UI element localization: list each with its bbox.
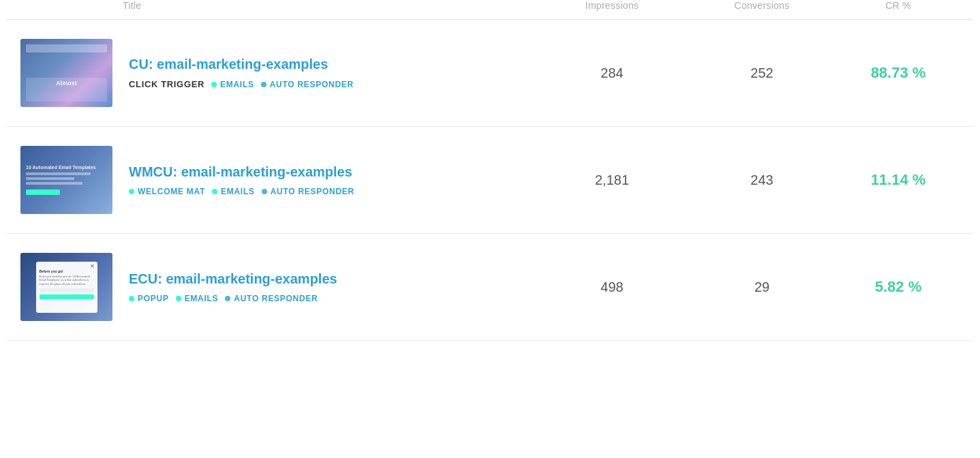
table-header: Title Impressions Conversions CR % <box>7 0 973 20</box>
tag-emails-2: EMAILS <box>212 187 255 196</box>
campaigns-table: Title Impressions Conversions CR % CU: e… <box>0 0 980 341</box>
thumbnail-3: ✕ Before you go! Enter your email to get… <box>20 253 112 321</box>
thumbnail-1 <box>20 39 112 107</box>
impressions-3: 498 <box>537 279 687 295</box>
tags-3: POPUP EMAILS AUTO RESPONDER <box>129 294 537 303</box>
title-info-1: CU: email-marketing-examples CLICK TRIGG… <box>129 57 537 89</box>
thumbnail-2: 10 Automated Email Templates <box>20 146 112 214</box>
tag-welcomemat-2: WELCOME MAT <box>129 187 205 196</box>
table-row: CU: email-marketing-examples CLICK TRIGG… <box>7 20 973 127</box>
table-row: 10 Automated Email Templates WMCU: email… <box>7 127 973 234</box>
tag-autoresponder-3: AUTO RESPONDER <box>225 294 318 303</box>
title-info-3: ECU: email-marketing-examples POPUP EMAI… <box>129 271 537 303</box>
dot-popup-3 <box>129 296 134 301</box>
dot-emails-3 <box>176 296 181 301</box>
title-cell-1: CU: email-marketing-examples CLICK TRIGG… <box>20 39 537 107</box>
dot-autoresponder-1 <box>261 82 266 87</box>
thumb-inner <box>26 78 107 102</box>
tag-popup-3: POPUP <box>129 294 169 303</box>
dot-emails-1 <box>211 82 217 87</box>
conversions-3: 29 <box>687 279 837 295</box>
cr-3: 5.82 % <box>837 278 960 296</box>
title-cell-3: ✕ Before you go! Enter your email to get… <box>20 253 537 321</box>
impressions-1: 284 <box>537 65 687 81</box>
campaign-link-1[interactable]: CU: email-marketing-examples <box>129 57 537 72</box>
header-conversions: Conversions <box>687 0 837 11</box>
header-cr: CR % <box>837 0 960 11</box>
title-info-2: WMCU: email-marketing-examples WELCOME M… <box>129 164 537 196</box>
conversions-2: 243 <box>687 172 837 188</box>
tags-1: CLICK TRIGGER EMAILS AUTO RESPONDER <box>129 79 537 89</box>
tag-autoresponder-2: AUTO RESPONDER <box>262 187 354 196</box>
cr-2: 11.14 % <box>837 171 960 189</box>
header-impressions: Impressions <box>537 0 687 11</box>
tags-2: WELCOME MAT EMAILS AUTO RESPONDER <box>129 187 537 196</box>
dot-welcomemat-2 <box>129 189 134 194</box>
trigger-label-1: CLICK TRIGGER <box>129 79 204 89</box>
dot-autoresponder-2 <box>262 189 267 194</box>
title-cell-2: 10 Automated Email Templates WMCU: email… <box>20 146 537 214</box>
tag-autoresponder-1: AUTO RESPONDER <box>261 80 354 89</box>
popup-inner: ✕ Before you go! Enter your email to get… <box>36 262 97 313</box>
impressions-2: 2,181 <box>537 172 687 188</box>
cr-1: 88.73 % <box>837 64 960 82</box>
conversions-1: 252 <box>687 65 837 81</box>
header-title: Title <box>20 0 537 11</box>
campaign-link-2[interactable]: WMCU: email-marketing-examples <box>129 164 537 180</box>
dot-autoresponder-3 <box>225 296 230 301</box>
tag-emails-3: EMAILS <box>176 294 219 303</box>
dot-emails-2 <box>212 189 217 194</box>
tag-emails-1: EMAILS <box>211 80 254 89</box>
table-row: ✕ Before you go! Enter your email to get… <box>7 234 973 341</box>
campaign-link-3[interactable]: ECU: email-marketing-examples <box>129 271 537 287</box>
